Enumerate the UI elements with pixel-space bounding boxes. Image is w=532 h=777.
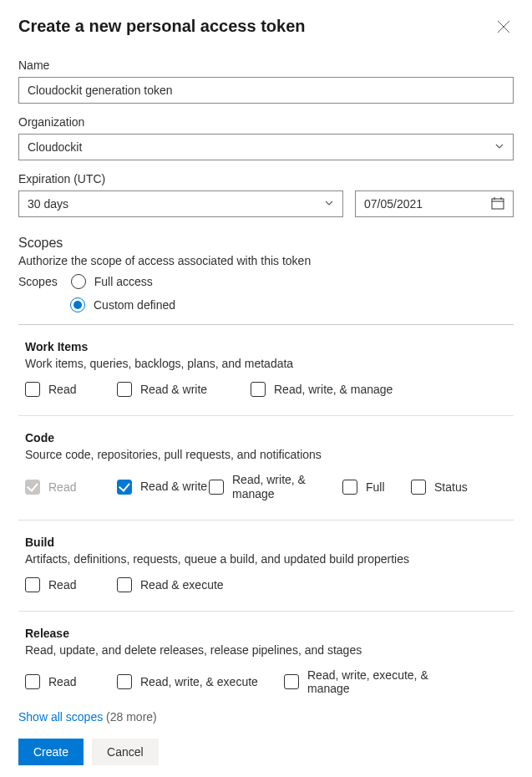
scope-permission: Read & write xyxy=(117,382,251,397)
radio-custom-defined-label: Custom defined xyxy=(94,298,175,312)
radio-full-access-label: Full access xyxy=(94,275,153,288)
radio-custom-defined[interactable] xyxy=(70,297,85,312)
scope-permission-checkbox[interactable] xyxy=(411,480,426,495)
chevron-down-icon xyxy=(324,197,334,211)
scope-permission: Read, write, execute, & manage xyxy=(284,668,451,695)
scope-permission-label: Read xyxy=(48,480,76,494)
scope-permission-label: Read & write xyxy=(140,480,207,494)
scope-permission: Read xyxy=(25,668,117,695)
scope-group-desc: Read, update, and delete releases, relea… xyxy=(25,643,514,657)
scope-permission-checkbox[interactable] xyxy=(342,480,357,495)
scopes-inline-label: Scopes xyxy=(18,275,58,288)
scope-permission: Read xyxy=(25,473,117,501)
scope-group: CodeSource code, repositories, pull requ… xyxy=(18,416,514,521)
scope-permission-checkbox[interactable] xyxy=(117,674,132,689)
create-button[interactable]: Create xyxy=(18,739,84,765)
scope-permission-checkbox[interactable] xyxy=(209,480,224,495)
page-title: Create a new personal access token xyxy=(18,17,306,36)
scopes-heading: Scopes xyxy=(18,236,514,251)
close-icon[interactable] xyxy=(494,17,514,40)
scope-group: Work ItemsWork items, queries, backlogs,… xyxy=(18,325,514,416)
scope-permission: Read xyxy=(25,382,117,397)
scope-permission-label: Full xyxy=(366,480,385,494)
svg-rect-2 xyxy=(492,199,504,209)
organization-select[interactable]: Cloudockit xyxy=(18,134,514,160)
scope-group-name: Work Items xyxy=(25,340,514,353)
organization-value: Cloudockit xyxy=(28,140,82,154)
scope-permission: Read, write, & manage xyxy=(209,473,342,501)
organization-label: Organization xyxy=(18,115,514,129)
scope-permission-label: Read, write, & execute xyxy=(140,675,258,688)
expiration-date-value: 07/05/2021 xyxy=(364,197,423,211)
scope-permission: Read & write xyxy=(117,473,209,501)
scope-permission-checkbox[interactable] xyxy=(25,577,40,592)
scope-group-desc: Work items, queries, backlogs, plans, an… xyxy=(25,357,514,370)
scope-permission: Status xyxy=(411,473,479,501)
scope-permission-label: Read, write, & manage xyxy=(274,383,393,396)
scope-group-name: Code xyxy=(25,431,514,444)
scope-permission-label: Read xyxy=(48,383,76,396)
scope-group-desc: Source code, repositories, pull requests… xyxy=(25,448,514,461)
scope-permission-checkbox[interactable] xyxy=(25,674,40,689)
scope-permission-label: Read, write, & manage xyxy=(232,473,307,501)
scope-permission-checkbox[interactable] xyxy=(251,382,266,397)
scope-group: ReleaseRead, update, and delete releases… xyxy=(18,612,514,698)
scope-permission: Read xyxy=(25,577,117,592)
scope-permission-label: Read xyxy=(48,578,76,592)
scope-permission-checkbox[interactable] xyxy=(284,674,299,689)
scope-group-name: Release xyxy=(25,627,514,640)
expiration-label: Expiration (UTC) xyxy=(18,172,514,185)
scopes-scroll-container[interactable]: Work ItemsWork items, queries, backlogs,… xyxy=(18,324,514,698)
scope-permission: Read & execute xyxy=(117,577,251,592)
scope-permission-label: Read, write, execute, & manage xyxy=(307,668,451,695)
expiration-date-input[interactable]: 07/05/2021 xyxy=(355,190,514,217)
scope-permission-checkbox[interactable] xyxy=(25,382,40,397)
calendar-icon xyxy=(491,196,504,212)
name-input[interactable] xyxy=(18,77,514,104)
scope-permission: Read, write, & manage xyxy=(251,382,418,397)
cancel-button[interactable]: Cancel xyxy=(92,739,159,765)
scope-permission-label: Status xyxy=(434,480,468,494)
scope-group-name: Build xyxy=(25,536,514,549)
scope-permission-checkbox xyxy=(25,480,40,495)
scope-group-desc: Artifacts, definitions, requests, queue … xyxy=(25,552,514,566)
scope-permission-checkbox[interactable] xyxy=(117,480,132,495)
show-all-scopes-count: (28 more) xyxy=(106,710,157,724)
scope-permission-label: Read & write xyxy=(140,383,207,396)
scope-permission-checkbox[interactable] xyxy=(117,577,132,592)
scope-permission: Full xyxy=(342,473,411,501)
scope-permission-label: Read & execute xyxy=(140,578,224,592)
scope-permission-checkbox[interactable] xyxy=(117,382,132,397)
scopes-subtitle: Authorize the scope of access associated… xyxy=(18,254,514,267)
show-all-scopes-link[interactable]: Show all scopes xyxy=(18,710,103,724)
expiration-duration-select[interactable]: 30 days xyxy=(18,190,343,217)
scope-permission: Read, write, & execute xyxy=(117,668,284,695)
radio-full-access[interactable] xyxy=(71,274,86,289)
scope-permission-label: Read xyxy=(48,675,76,688)
expiration-duration-value: 30 days xyxy=(28,197,68,211)
chevron-down-icon xyxy=(494,140,504,154)
scope-group: BuildArtifacts, definitions, requests, q… xyxy=(18,521,514,612)
name-label: Name xyxy=(18,58,514,72)
